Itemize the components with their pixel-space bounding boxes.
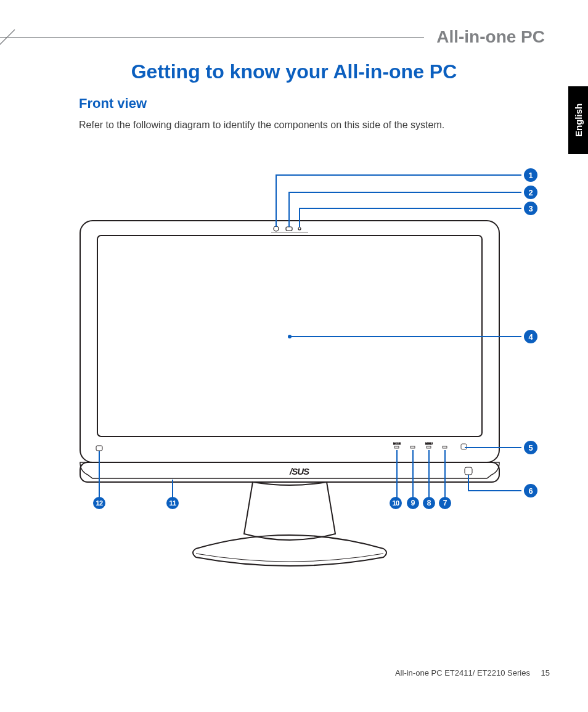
svg-text:MODE: MODE: [393, 442, 401, 445]
svg-rect-14: [465, 467, 472, 475]
language-tab: English: [568, 86, 588, 154]
svg-point-15: [288, 335, 292, 338]
svg-point-5: [298, 227, 301, 230]
section-description: Refer to the following diagram to identi…: [79, 118, 523, 132]
device-brand-logo: /SUS: [289, 466, 309, 477]
svg-point-3: [274, 226, 279, 231]
front-buttons: MODE MENU: [393, 442, 467, 449]
header-diagonal-accent: [0, 26, 18, 51]
svg-rect-4: [286, 227, 292, 231]
callout-8: 8: [423, 497, 435, 509]
callout-10: 10: [390, 497, 402, 509]
front-left-indicators: [96, 446, 102, 451]
svg-rect-7: [410, 446, 415, 448]
page-title: Getting to know your All-in-one PC: [0, 60, 588, 83]
svg-rect-0: [80, 221, 499, 462]
callout-12: 12: [93, 497, 105, 509]
monitor-stand: [193, 482, 386, 566]
callout-11: 11: [166, 497, 179, 509]
svg-rect-8: [427, 446, 431, 448]
callout-1: 1: [524, 168, 537, 182]
svg-text:MENU: MENU: [425, 442, 433, 445]
header-rule: All-in-one PC All-in-one PC: [0, 37, 588, 38]
callout-lines: [99, 175, 521, 498]
page-footer: All-in-one PC ET2411/ ET2210 Series 15: [395, 668, 550, 677]
footer-page-number: 15: [541, 668, 550, 677]
svg-rect-9: [443, 446, 447, 448]
footer-model: All-in-one PC ET2411/ ET2210 Series: [395, 668, 530, 677]
callout-2: 2: [524, 186, 537, 199]
front-view-diagram: /SUS MODE MENU: [62, 160, 555, 579]
power-button-icon: [465, 467, 472, 475]
diagram-svg: /SUS MODE MENU: [62, 160, 555, 579]
callout-5: 5: [524, 441, 537, 454]
svg-rect-13: [96, 446, 102, 451]
callout-6: 6: [524, 484, 537, 497]
section-title: Front view: [79, 96, 147, 112]
callout-3: 3: [524, 202, 537, 215]
svg-rect-6: [394, 446, 399, 448]
svg-rect-10: [461, 444, 467, 449]
top-sensors: [271, 226, 308, 232]
monitor-outline: [80, 221, 499, 482]
callout-7: 7: [439, 497, 451, 509]
callout-9: 9: [407, 497, 419, 509]
callout-4: 4: [524, 330, 537, 343]
brand-title: All-in-one PC: [424, 27, 550, 47]
